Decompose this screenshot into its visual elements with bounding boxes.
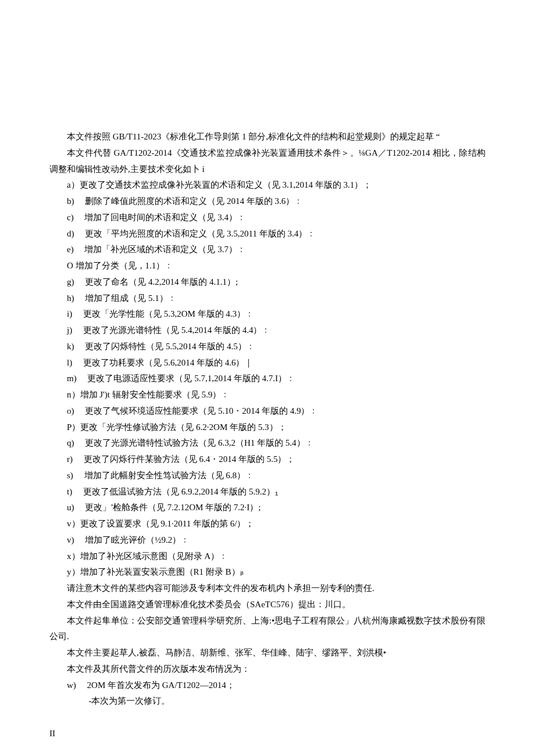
list-item: v) 增加了眩光评价（½9.2）﹕ <box>49 532 486 549</box>
list-item: u) 更改」'检舱条件（见 7.2.12OM 年版的 7.2·I）; <box>49 500 486 516</box>
list-item: P）更改「光学性修试验方法（见 6.2·2OM 年版的 5.3）； <box>49 420 486 436</box>
list-item: e) 增加「补光区域的术语和定义（见 3.7）﹕ <box>49 242 486 258</box>
version-history-intro: 本文件及其所代普文件的历次版本发布情况为： <box>49 661 486 678</box>
page-number: II <box>49 726 486 742</box>
drafters: 本文件主要起草人,被磊、马静洁、胡新维、张军、华佳峰、陆宇、缪路平、刘洪模• <box>49 645 486 661</box>
document-page: 本文件按照 GB/T11-2023《标准化工作导则第 1 部分,标准化文件的结构… <box>0 0 535 756</box>
list-item: j) 更改了光源光谱特性（见 5.4,2014 年版的 4.4）﹕ <box>49 323 486 339</box>
list-item: O 增加了分类（见，1.1）﹕ <box>49 258 486 274</box>
change-list: a）更改了交通技术监控成像补光装置的术语和定义（见 3.1,2014 年版的 3… <box>49 177 486 581</box>
list-item: i) 更改「光学性能（见 5.3,2OM 年版的 4.3）﹕ <box>49 306 486 323</box>
list-item: s) 增加了此幅射安全性笃试验方法（见 6.8）﹕ <box>49 468 486 484</box>
intro-paragraph-2: 本文件代替 GA/T1202-2014《交通技术监控成像补光装置通用技术条件＞。… <box>49 145 486 178</box>
list-item: k) 更改了闪烁特性（见 5.5,2014 年版的 4.5）﹕ <box>49 339 486 355</box>
list-item: t) 更改了低温试验方法（见 6.9.2,2014 年版的 5.9.2）₁ <box>49 484 486 500</box>
list-item: n）增加 J')t 辐射安全性能要求（见 5.9）﹕ <box>49 387 486 403</box>
list-item: b) 删除了峰值此照度的术语和定义（见 2014 年版的 3.6）﹕ <box>49 194 486 210</box>
list-item: m) 更改了电源适应性要求（见 5.7,1,2014 年版的 4.7.I）﹕ <box>49 371 486 387</box>
list-item: q) 更改了光源光谱特性试验方法（见 6.3,2（H1 年版的 5.4）﹕ <box>49 435 486 452</box>
list-item: x）增加了补光区域示意图（见附录 A）﹕ <box>49 549 486 565</box>
list-item: y）增加了补光装置安装示意图（R1 附录 B）ᵦ <box>49 564 486 581</box>
drafting-units: 本文件起隼单位：公安部交通管理科学研究所、上海:•思电子工程有限公」八杭州海康臧… <box>49 613 486 646</box>
list-item: v）更改了设置要求（见 9.1·2011 年版的第 6/）； <box>49 516 486 532</box>
patent-notice: 请注意木文件的某些内容可能涉及专利本文件的发布机内卜承担一别专利的责任. <box>49 581 486 597</box>
list-item: d) 更改「平均光照度的术语和定义（见 3.5,2011 年版的 3.4）﹕ <box>49 226 486 242</box>
list-item: r) 更改了闪烁行件某验方法（见 6.4・2014 年版的 5.5）； <box>49 452 486 468</box>
committee-paragraph: 本文件由全国道路交通管理标准化技术委员会（SAeTC576）提出：川口。 <box>49 597 486 613</box>
list-item: a）更改了交通技术监控成像补光装置的术语和定义（见 3.1,2014 年版的 3… <box>49 177 486 194</box>
intro-paragraph-1: 本文件按照 GB/T11-2023《标准化工作导则第 1 部分,标准化文件的结构… <box>49 129 486 145</box>
list-item: l) 更改了功耗要求（见 5.6,2014 年版的 4.6）｜ <box>49 355 486 371</box>
list-item: g) 更改了命名（见 4.2,2014 年版的 4.1.1）; <box>49 274 486 291</box>
list-item: c) 增加了回电时间的术语和定义（见 3.4）﹕ <box>49 210 486 226</box>
list-item: w) 2OM 年首次发布为 GA/T1202—2014； <box>49 678 486 694</box>
list-item: o) 更改了气候环境适应性能要求（见 5.10・2014 年版的 4.9）﹕ <box>49 403 486 420</box>
list-subitem: -本次为第一次修订。 <box>49 693 486 710</box>
list-item: h) 增加了组成（见 5.1）﹕ <box>49 291 486 307</box>
